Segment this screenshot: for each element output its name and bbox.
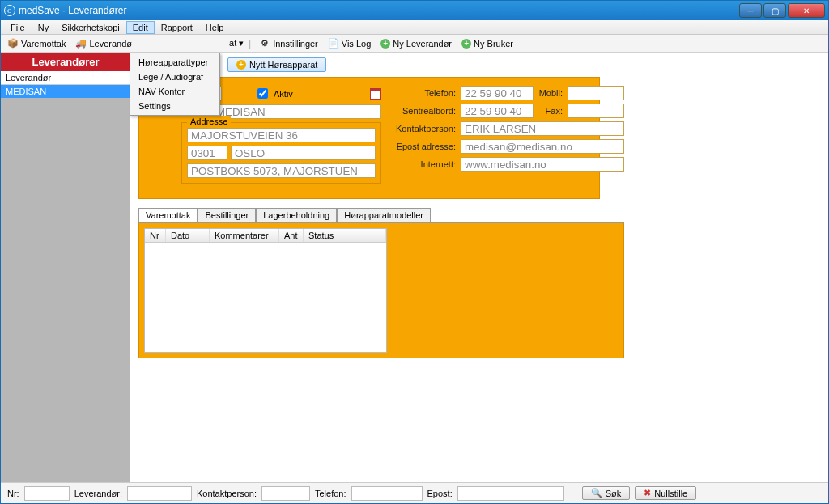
reset-button[interactable]: ✖ Nullstille	[635, 486, 696, 500]
plus-icon: +	[380, 39, 390, 49]
col-nr[interactable]: Nr	[145, 229, 166, 242]
tab-varemottak[interactable]: Varemottak	[138, 208, 198, 222]
col-kommentarer[interactable]: Kommentarer	[210, 229, 279, 242]
plus-icon: +	[461, 39, 471, 49]
search-button-label: Søk	[606, 489, 622, 498]
main-area: + Nytt Høreapparat Aktiv	[130, 53, 828, 482]
sentralbord-label: Sentrealbord:	[396, 106, 461, 116]
internett-field[interactable]	[461, 157, 624, 172]
window-close-button[interactable]: ✕	[788, 3, 825, 18]
city-field[interactable]	[231, 146, 376, 160]
tab-lagerbeholdning[interactable]: Lagerbeholdning	[256, 208, 337, 222]
search-leverandor-field[interactable]	[127, 486, 192, 501]
mobil-field[interactable]	[568, 86, 624, 100]
tab-bestillinger[interactable]: Bestillinger	[198, 208, 256, 222]
toolbar: 📦 Varemottak 🚚 Leverandø at ▾ | ⚙ Innsti…	[1, 35, 828, 53]
search-epost-field[interactable]	[457, 486, 564, 501]
addresse-label: Addresse	[187, 116, 231, 126]
sidebar-item-medisan[interactable]: MEDISAN	[1, 85, 130, 98]
addresse-group: Addresse	[181, 122, 381, 184]
box-icon: 📦	[7, 38, 19, 49]
search-nr-label: Nr:	[7, 489, 19, 498]
sidebar-column-header[interactable]: Leverandør	[1, 71, 130, 85]
toolbar-leverandorer[interactable]: 🚚 Leverandø	[72, 37, 135, 50]
app-icon: ℮	[4, 5, 15, 16]
kontaktperson-label: Kontaktperson:	[396, 124, 461, 133]
toolbar-varemottak[interactable]: 📦 Varemottak	[4, 37, 69, 50]
search-kontaktperson-label: Kontaktperson:	[197, 489, 257, 498]
gear-icon: ⚙	[259, 38, 270, 49]
varemottak-grid[interactable]: Nr Dato Kommentarer Ant Status	[144, 228, 387, 353]
menu-item-nav-kontor[interactable]: NAV Kontor	[132, 84, 218, 99]
col-status[interactable]: Status	[304, 229, 386, 242]
toolbar-varemottak-label: Varemottak	[21, 39, 66, 49]
cross-icon: ✖	[644, 488, 651, 498]
toolbar-fragment: at ▾	[229, 38, 244, 49]
col-dato[interactable]: Dato	[166, 229, 210, 242]
tab-horapparatmodeller[interactable]: Hørapparatmodeller	[337, 208, 431, 222]
title-bar: ℮ medSave - Leverandører ─ ▢ ✕	[1, 1, 828, 20]
toolbar-vislog[interactable]: 📄 Vis Log	[325, 37, 375, 50]
menu-edit[interactable]: Edit	[126, 21, 155, 34]
search-leverandor-label: Leverandør:	[74, 489, 122, 498]
menu-item-horeapparattyper[interactable]: Høreapparattyper	[132, 55, 218, 70]
grid-header: Nr Dato Kommentarer Ant Status	[145, 229, 386, 243]
menu-file[interactable]: File	[4, 21, 32, 34]
menu-ny[interactable]: Ny	[32, 21, 55, 34]
menu-sikkerhetskopi[interactable]: Sikkerhetskopi	[55, 21, 126, 34]
tab-body: Nr Dato Kommentarer Ant Status	[138, 222, 624, 358]
window-minimize-button[interactable]: ─	[739, 3, 762, 18]
search-nr-field[interactable]	[24, 486, 70, 501]
aktiv-checkbox[interactable]	[257, 88, 268, 99]
menu-item-settings[interactable]: Settings	[132, 99, 218, 113]
search-telefon-label: Telefon:	[315, 489, 346, 498]
edit-menu-dropdown: Høreapparattyper Lege / Audiograf NAV Ko…	[130, 53, 220, 116]
reset-button-label: Nullstille	[654, 489, 687, 498]
new-horeapparat-button[interactable]: + Nytt Høreapparat	[227, 57, 326, 72]
window-maximize-button[interactable]: ▢	[763, 3, 786, 18]
search-kontaktperson-field[interactable]	[261, 486, 310, 501]
menu-rapport[interactable]: Rapport	[155, 21, 199, 34]
tabstrip: Varemottak Bestillinger Lagerbeholdning …	[138, 207, 624, 222]
menu-bar: File Ny Sikkerhetskopi Edit Rapport Help	[1, 20, 828, 35]
toolbar-innstillinger[interactable]: ⚙ Innstillinger	[256, 37, 321, 50]
search-bar: Nr: Leverandør: Kontaktperson: Telefon: …	[1, 482, 828, 503]
addresse-line1-field[interactable]	[187, 128, 376, 142]
log-icon: 📄	[328, 38, 339, 49]
sidebar-title: Leverandører	[1, 53, 130, 71]
window-title: medSave - Leverandører	[19, 5, 739, 16]
toolbar-ny-bruker[interactable]: + Ny Bruker	[458, 38, 517, 49]
zip-field[interactable]	[187, 146, 227, 160]
chevron-down-icon: ▾	[239, 38, 244, 48]
search-icon: 🔍	[591, 488, 602, 498]
aktiv-label: Aktiv	[274, 89, 293, 99]
menu-item-lege-audiograf[interactable]: Lege / Audiograf	[132, 70, 218, 84]
toolbar-innstillinger-label: Innstillinger	[273, 39, 318, 49]
telefon-label: Telefon:	[396, 88, 461, 98]
fax-field[interactable]	[568, 104, 624, 118]
sentralbord-field[interactable]	[461, 104, 534, 118]
toolbar-ny-leverandor[interactable]: + Ny Leverandør	[377, 38, 455, 49]
search-telefon-field[interactable]	[351, 486, 423, 501]
addresse-line2-field[interactable]	[187, 163, 376, 178]
tabs-panel: Varemottak Bestillinger Lagerbeholdning …	[138, 207, 624, 358]
search-button[interactable]: 🔍 Søk	[582, 486, 631, 500]
search-epost-label: Epost:	[427, 489, 453, 498]
toolbar-separator: |	[247, 39, 253, 49]
epost-label: Epost adresse:	[396, 142, 461, 151]
firmanavn-field[interactable]	[212, 104, 381, 119]
kontaktperson-field[interactable]	[461, 121, 624, 136]
plus-icon: +	[236, 60, 246, 70]
internett-label: Internett:	[396, 159, 461, 169]
menu-help[interactable]: Help	[199, 21, 231, 34]
toolbar-vislog-label: Vis Log	[342, 39, 372, 49]
epost-field[interactable]	[461, 139, 624, 154]
sidebar: Leverandører Leverandør MEDISAN	[1, 53, 130, 482]
calendar-icon[interactable]	[370, 88, 381, 100]
toolbar-leverandorer-label: Leverandø	[89, 39, 132, 49]
col-ant[interactable]: Ant	[279, 229, 304, 242]
fax-label: Fax:	[534, 106, 568, 116]
telefon-field[interactable]	[461, 86, 534, 100]
truck-icon: 🚚	[75, 38, 87, 49]
toolbar-ny-leverandor-label: Ny Leverandør	[393, 39, 452, 49]
